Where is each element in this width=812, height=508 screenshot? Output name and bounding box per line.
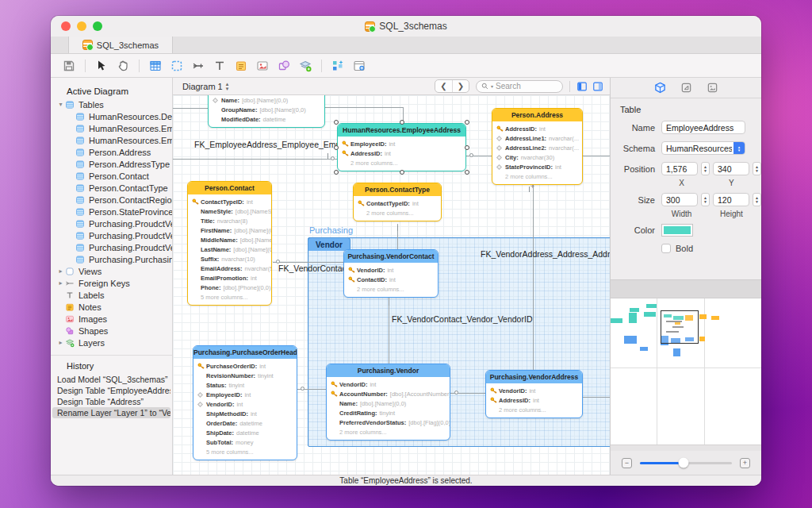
size-width-field[interactable] [661, 193, 698, 206]
new-image-icon[interactable] [255, 59, 270, 73]
zoom-slider-thumb[interactable] [678, 458, 688, 468]
chevron-right-icon[interactable]: ▸ [57, 339, 64, 346]
diagram-minimap[interactable] [611, 298, 761, 444]
canvas-table-purchasing-vendorcontact[interactable]: Purchasing.VendorContactVendorID:intCont… [343, 249, 439, 298]
toggle-right-panel-icon[interactable] [592, 81, 603, 92]
back-button[interactable]: ❮ [435, 80, 452, 92]
hand-icon[interactable] [116, 59, 130, 73]
sidebar-table-item[interactable]: Purchasing.ProudctVen... [51, 241, 172, 253]
chevron-right-icon[interactable]: ▸ [57, 267, 64, 275]
tab-appearance-icon[interactable] [707, 82, 718, 94]
forward-button[interactable]: ❯ [452, 80, 469, 92]
sidebar-group-notes[interactable]: Notes [51, 301, 172, 313]
sidebar-group-foreign-keys[interactable]: ▸Foreign Keys [51, 277, 172, 289]
tab-layout-icon[interactable] [680, 82, 692, 94]
new-view-icon[interactable] [170, 59, 184, 73]
more-columns-label[interactable]: 2 more columns... [492, 171, 582, 181]
more-columns-label[interactable]: 2 more columns... [486, 405, 582, 414]
canvas-table-person-address[interactable]: Person.AddressAddressID:intAddressLine1:… [492, 108, 583, 185]
position-y-field[interactable] [713, 162, 749, 175]
canvas-table-purchasing-vendoraddress[interactable]: Purchasing.VendorAddressVendorID:intAddr… [485, 370, 583, 418]
schema-select[interactable]: ▴▾ [661, 141, 745, 155]
close-window-button[interactable] [61, 21, 71, 31]
selection-handle[interactable] [334, 170, 339, 175]
zoom-in-button[interactable]: + [740, 458, 750, 468]
position-x-field[interactable] [661, 162, 698, 175]
preview-icon[interactable] [352, 59, 366, 73]
save-icon[interactable] [62, 59, 76, 73]
new-table-icon[interactable] [148, 59, 163, 73]
sidebar-group-images[interactable]: Images [51, 313, 172, 325]
name-field[interactable] [661, 121, 745, 134]
toggle-left-panel-icon[interactable] [576, 81, 588, 92]
history-item[interactable]: Design Table “Address” [52, 396, 170, 407]
more-columns-label[interactable]: 5 more columns... [193, 447, 297, 456]
sidebar-group-shapes[interactable]: Shapes [51, 325, 172, 337]
relationship-line[interactable] [389, 298, 389, 364]
selection-handle[interactable] [465, 120, 469, 125]
new-note-icon[interactable] [234, 59, 248, 73]
canvas-table-purchasing-purchaseorderheader[interactable]: Purchasing.PurchaseOrderHeaderPurchaseOr… [193, 345, 297, 460]
search-input[interactable] [496, 82, 551, 90]
sidebar-table-item[interactable]: Person.StateProvince [51, 206, 172, 217]
selection-handle[interactable] [465, 145, 469, 150]
schema-dropdown-chevron-icon[interactable]: ▴▾ [733, 142, 745, 154]
relationship-line[interactable] [583, 156, 610, 156]
position-x-stepper[interactable]: ▲▼ [701, 162, 710, 175]
fk-label[interactable]: FK_VendorContact [278, 264, 349, 273]
sidebar-table-item[interactable]: Person.ContactRegion [51, 194, 172, 206]
sidebar-table-item[interactable]: HumanResources.Emplo... [51, 134, 172, 146]
size-width-stepper[interactable]: ▲▼ [701, 193, 710, 206]
history-item[interactable]: Design Table “EmployeeAddress” [52, 385, 170, 396]
zoom-window-button[interactable] [93, 21, 102, 31]
fk-label[interactable]: FK_VendorAddress_Address_AddressID [481, 249, 610, 259]
size-height-stepper[interactable]: ▲▼ [753, 193, 761, 206]
canvas-table-humanresources-employeeaddress[interactable]: HumanResources.EmployeeAddressEmployeeID… [337, 123, 466, 171]
minimize-window-button[interactable] [77, 21, 86, 31]
pointer-icon[interactable] [94, 59, 109, 73]
sidebar-table-item[interactable]: Purchasing.Purchasing... [51, 253, 172, 265]
relationship-line[interactable] [583, 397, 610, 398]
more-columns-label[interactable]: 2 more columns... [354, 208, 441, 217]
bold-checkbox[interactable] [661, 244, 671, 253]
new-layer-icon[interactable] [298, 59, 312, 73]
sidebar-group-views[interactable]: ▸Views [51, 265, 172, 277]
new-relation-icon[interactable] [191, 59, 205, 73]
canvas-table-person-contacttype[interactable]: Person.ContactTypeContactTypeID:int2 mor… [353, 183, 442, 221]
selection-handle[interactable] [465, 170, 469, 175]
chevron-right-icon[interactable]: ▸ [57, 279, 64, 287]
tab-model-cube-icon[interactable] [654, 82, 666, 94]
chevron-down-icon[interactable]: ▾ [57, 101, 64, 108]
more-columns-label[interactable]: 2 more columns... [327, 427, 450, 437]
more-columns-label[interactable]: 2 more columns... [338, 158, 465, 167]
layer-tab-label[interactable]: Vendor [308, 237, 350, 251]
diagram-selector[interactable]: Diagram 1 ▴▾ [182, 82, 228, 91]
diagram-canvas[interactable]: PurchasingVendor+FK_EmployeeAddress_Empl… [173, 95, 610, 475]
relationship-line[interactable] [533, 184, 534, 370]
position-y-stepper[interactable]: ▲▼ [753, 162, 761, 175]
zoom-out-button[interactable]: − [622, 458, 632, 468]
sidebar-table-item[interactable]: Person.Contact [51, 170, 172, 182]
selection-handle[interactable] [334, 145, 339, 150]
canvas-table-purchasing-vendor[interactable]: Purchasing.VendorVendorID:intAccountNumb… [326, 364, 450, 441]
sidebar-table-item[interactable]: HumanResources.Depar... [51, 110, 172, 122]
history-item[interactable]: Rename Layer “Layer 1” to “Vendor” [52, 407, 170, 418]
document-tab[interactable]: SQL_3schemas [68, 37, 173, 53]
sidebar-table-item[interactable]: Person.ContactType [51, 182, 172, 194]
sidebar-table-item[interactable]: Purchasing.ProudctVen... [51, 217, 172, 229]
new-shape-icon[interactable] [277, 59, 291, 73]
selection-handle[interactable] [400, 170, 404, 175]
selection-handle[interactable] [400, 120, 404, 125]
sidebar-table-item[interactable]: Person.Address [51, 146, 172, 158]
minimap-viewport[interactable] [661, 310, 699, 344]
new-label-icon[interactable] [213, 59, 227, 73]
relationship-line[interactable] [273, 262, 343, 263]
relationship-line[interactable] [173, 108, 208, 109]
selection-handle[interactable] [334, 120, 339, 125]
sidebar-table-item[interactable]: Purchasing.ProudctVen... [51, 229, 172, 241]
relationship-line[interactable] [173, 159, 337, 160]
more-columns-label[interactable]: 2 more columns... [344, 284, 438, 294]
sidebar-group-tables[interactable]: ▾ Tables [51, 98, 172, 110]
sidebar-group-labels[interactable]: Labels [51, 289, 172, 301]
sidebar-table-item[interactable]: Person.AddressType [51, 158, 172, 170]
